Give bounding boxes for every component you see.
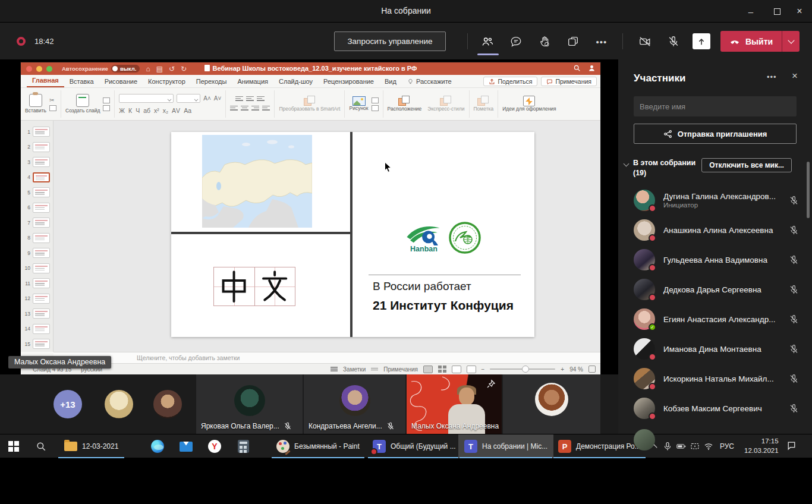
- notification-center-button[interactable]: [786, 440, 797, 453]
- mac-close-icon[interactable]: [26, 66, 32, 72]
- mac-minimize-icon[interactable]: [36, 66, 42, 72]
- chat-button[interactable]: [506, 33, 526, 51]
- slide-thumbnail[interactable]: 3: [21, 155, 53, 170]
- request-control-button[interactable]: Запросить управление: [334, 32, 446, 51]
- participant-mic-muted-icon[interactable]: [789, 314, 799, 325]
- in-meeting-section[interactable]: В этом собрании (19) Отключить все мик..…: [624, 158, 806, 178]
- reading-view-button[interactable]: [452, 366, 461, 373]
- slide-thumbnail[interactable]: 1: [21, 124, 53, 140]
- leave-options-button[interactable]: [782, 31, 800, 52]
- format-button[interactable]: Аа: [184, 107, 191, 114]
- shrink-font-icon[interactable]: А˅: [214, 95, 222, 102]
- video-tile[interactable]: Кондратьева Ангели...: [304, 374, 405, 434]
- video-tile[interactable]: Ярковая Ольга Валер...: [196, 374, 303, 434]
- ribbon-tab[interactable]: Конструктор: [143, 76, 191, 87]
- slide-thumbnail[interactable]: 6: [21, 200, 53, 216]
- zoom-slider[interactable]: [490, 368, 555, 370]
- comments-button[interactable]: Примечания: [541, 77, 597, 86]
- ribbon-tab[interactable]: Вид: [379, 76, 402, 87]
- tray-mic-icon[interactable]: [663, 442, 672, 451]
- format-button[interactable]: аб: [143, 107, 150, 114]
- taskbar-calculator-button[interactable]: [229, 434, 257, 458]
- leave-button[interactable]: Выйти: [720, 31, 800, 52]
- notes-area[interactable]: Щелкните, чтобы добавить заметки: [53, 352, 600, 363]
- cut-icon[interactable]: ✂: [49, 97, 56, 103]
- picture-button[interactable]: Рисунок: [349, 96, 368, 112]
- annotate-button[interactable]: Пометка: [474, 96, 494, 112]
- format-button[interactable]: Ж: [119, 107, 125, 114]
- notes-toggle[interactable]: Заметки: [343, 366, 366, 373]
- arrange-button[interactable]: Расположение: [388, 96, 422, 112]
- comments-toggle[interactable]: Примечания: [383, 366, 418, 373]
- save-icon[interactable]: ▤: [156, 65, 163, 73]
- format-button[interactable]: АV: [172, 107, 180, 114]
- mute-all-button[interactable]: Отключить все мик...: [701, 158, 792, 172]
- ribbon-tab[interactable]: Переходы: [191, 76, 232, 87]
- participant-row[interactable]: Дедкова Дарья Сергеевна: [618, 275, 812, 304]
- numbering-icon[interactable]: [246, 96, 254, 103]
- slide-thumbnail[interactable]: 9: [21, 245, 53, 261]
- participant-mic-muted-icon[interactable]: [789, 255, 799, 265]
- ribbon-tab[interactable]: Рисование: [99, 76, 143, 87]
- participant-mic-muted-icon[interactable]: [789, 225, 799, 235]
- participant-row[interactable]: Кобзев Максим Сергеевич: [618, 393, 812, 423]
- zoom-out-button[interactable]: −: [481, 366, 485, 373]
- align-left-icon[interactable]: [230, 106, 238, 112]
- shapes-icon[interactable]: [372, 105, 379, 111]
- participant-row[interactable]: Искоркина Наталья Михайл...: [618, 364, 812, 393]
- bullets-icon[interactable]: [235, 96, 243, 103]
- section-icon[interactable]: [103, 105, 110, 111]
- undo-icon[interactable]: ↺: [169, 65, 175, 73]
- participant-mic-muted-icon[interactable]: [789, 196, 799, 206]
- video-tile-presenting[interactable]: Малых Оксана Андреевна: [407, 374, 502, 434]
- ribbon-tab[interactable]: Слайд-шоу: [273, 76, 318, 87]
- slide-sorter-button[interactable]: [438, 366, 446, 373]
- participant-row[interactable]: Иманова Дина Монтаевна: [618, 334, 812, 364]
- textbox-icon[interactable]: [372, 97, 379, 103]
- participant-mic-muted-icon[interactable]: [789, 285, 799, 295]
- participant-mic-muted-icon[interactable]: [789, 344, 799, 354]
- panel-scrollbar[interactable]: [807, 162, 810, 218]
- avatar[interactable]: [153, 390, 182, 418]
- more-actions-button[interactable]: •••: [591, 33, 612, 51]
- ribbon-tab[interactable]: Вставка: [64, 76, 99, 87]
- home-icon[interactable]: ⌂: [146, 65, 150, 73]
- breakout-rooms-button[interactable]: [563, 33, 583, 51]
- language-indicator[interactable]: РУС: [717, 442, 737, 451]
- ribbon-tab[interactable]: Анимация: [232, 76, 273, 87]
- fit-slide-button[interactable]: [588, 366, 596, 373]
- send-invite-button[interactable]: Отправка приглашения: [634, 124, 797, 144]
- participant-row[interactable]: Егиян Анастасия Александр...: [618, 304, 812, 334]
- participant-row[interactable]: Анашкина Алина Алексеевна: [618, 215, 812, 245]
- format-button[interactable]: x²: [154, 107, 159, 114]
- slide-thumbnail[interactable]: 12: [21, 291, 53, 307]
- share-screen-button[interactable]: [693, 33, 710, 49]
- slide-thumbnail[interactable]: 11: [21, 276, 53, 291]
- taskbar-teams-chat-window[interactable]: T Общий (Будущий ...: [367, 434, 462, 458]
- slide-thumbnail[interactable]: 13: [21, 306, 53, 322]
- slideshow-button[interactable]: [467, 366, 476, 373]
- ribbon-tab[interactable]: Рецензирование: [318, 76, 379, 87]
- panel-more-button[interactable]: •••: [767, 73, 777, 81]
- panel-close-button[interactable]: ×: [792, 70, 798, 82]
- video-tile[interactable]: [503, 374, 600, 434]
- taskbar-edge-button[interactable]: [144, 434, 171, 458]
- slide-thumbnail[interactable]: 15: [21, 336, 53, 352]
- mic-toggle-button[interactable]: [663, 33, 684, 51]
- participant-row[interactable]: Гульдеева Анна Вадимовна: [618, 245, 812, 275]
- taskbar-explorer-window[interactable]: 12-03-2021: [57, 434, 125, 458]
- format-button[interactable]: x₂: [163, 107, 168, 114]
- autosave-toggle[interactable]: Автосохранение выкл.: [62, 65, 140, 73]
- zoom-in-button[interactable]: +: [561, 366, 564, 373]
- cast-icon[interactable]: [690, 442, 700, 451]
- slide-thumbnail[interactable]: 8: [21, 231, 53, 246]
- pin-icon[interactable]: [486, 379, 496, 389]
- indent-icon[interactable]: [257, 96, 265, 103]
- new-slide-button[interactable]: Создать слайд: [65, 94, 100, 114]
- battery-icon[interactable]: [676, 442, 686, 451]
- ribbon-tab[interactable]: Главная: [27, 75, 64, 87]
- font-name-select[interactable]: [119, 94, 174, 103]
- paste-button[interactable]: Вставить: [25, 94, 46, 114]
- ribbon-tab[interactable]: Расскажите: [402, 76, 457, 87]
- zoom-slider-knob[interactable]: [522, 366, 529, 373]
